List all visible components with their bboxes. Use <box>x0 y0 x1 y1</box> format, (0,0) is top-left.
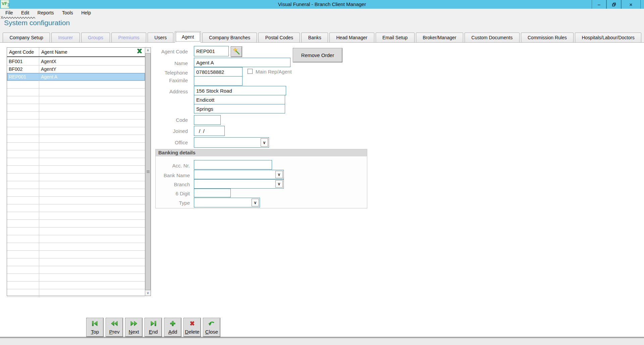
tab-head-manager[interactable]: Head Manager <box>329 33 374 43</box>
table-row[interactable] <box>7 189 145 197</box>
agent-code-cell <box>7 150 39 158</box>
type-combobox[interactable]: ∨ <box>194 198 260 207</box>
table-row[interactable] <box>7 158 145 166</box>
tab-company-branches[interactable]: Company Branches <box>202 33 257 43</box>
main-rep-checkbox[interactable] <box>248 69 253 74</box>
table-row[interactable] <box>7 104 145 112</box>
agent-code-cell <box>7 258 39 266</box>
add-button[interactable]: Add <box>164 318 181 337</box>
tab-premiums[interactable]: Premiums <box>111 33 146 43</box>
table-row[interactable] <box>7 174 145 181</box>
agent-name-cell <box>39 251 145 258</box>
agent-code-cell <box>7 197 39 204</box>
next-button[interactable]: Next <box>125 318 143 337</box>
menu-help[interactable]: Help <box>78 9 94 16</box>
wand-lookup-button[interactable] <box>231 46 242 57</box>
table-row[interactable] <box>7 143 145 150</box>
agent-code-cell <box>7 220 39 227</box>
office-combobox[interactable]: ∨ <box>194 137 269 148</box>
menu-tools[interactable]: Tools <box>59 9 76 16</box>
agent-name-cell <box>39 274 145 281</box>
agent-name-cell <box>39 235 145 243</box>
agent-name-cell <box>39 266 145 274</box>
table-row[interactable] <box>7 119 145 127</box>
tab-commission-rules[interactable]: Commission Rules <box>521 33 574 43</box>
chevron-down-icon[interactable]: ∨ <box>252 199 259 206</box>
address-line3-input[interactable] <box>194 104 285 113</box>
six-digit-input[interactable] <box>194 189 231 197</box>
table-row[interactable] <box>7 251 145 258</box>
table-row[interactable] <box>7 166 145 174</box>
agent-tab-page: Agent Code Agent Name BF001AgentXBF002Ag… <box>0 42 644 338</box>
address-line1-input[interactable] <box>194 86 286 95</box>
bank-name-combobox[interactable]: ∨ <box>194 170 284 179</box>
name-input[interactable] <box>194 58 290 67</box>
delete-button[interactable]: Delete <box>183 318 201 337</box>
end-button[interactable]: End <box>145 318 162 337</box>
code-input[interactable] <box>194 115 221 125</box>
tab-postal-codes[interactable]: Postal Codes <box>258 33 300 43</box>
table-row[interactable] <box>7 266 145 274</box>
scroll-down-icon[interactable]: ∨ <box>145 290 151 296</box>
tab-insurer[interactable]: Insurer <box>51 33 79 43</box>
tab-hospitals-labour-doctors[interactable]: Hospitals/Labour/Doctors <box>575 33 641 43</box>
table-row[interactable] <box>7 81 145 89</box>
minimize-button[interactable]: – <box>592 0 606 9</box>
table-row[interactable] <box>7 96 145 104</box>
branch-combobox[interactable]: ∨ <box>194 179 284 189</box>
tab-company-setup[interactable]: Company Setup <box>3 33 50 43</box>
telephone-input[interactable] <box>194 67 243 77</box>
agent-code-cell: REP001 <box>7 73 39 81</box>
chevron-down-icon[interactable]: ∨ <box>261 138 268 147</box>
faximile-input[interactable] <box>194 76 243 86</box>
table-row[interactable] <box>7 220 145 228</box>
tab-agent[interactable]: Agent <box>175 31 201 43</box>
chevron-down-icon[interactable]: ∨ <box>275 171 283 178</box>
delete-record-icon <box>184 321 201 328</box>
tab-groups[interactable]: Groups <box>81 33 110 43</box>
table-row[interactable] <box>7 235 145 243</box>
joined-date-input[interactable] <box>194 126 225 136</box>
remove-order-button[interactable]: Remove Order <box>293 48 342 62</box>
agent-code-cell <box>7 189 39 196</box>
table-row[interactable] <box>7 127 145 135</box>
table-row[interactable] <box>7 135 145 143</box>
table-row[interactable] <box>7 181 145 189</box>
table-row[interactable] <box>7 258 145 266</box>
table-row[interactable] <box>7 282 145 289</box>
table-row[interactable]: BF002AgentY <box>7 65 145 73</box>
table-row[interactable] <box>7 89 145 96</box>
agent-list-scrollbar[interactable]: ∧ ∨ <box>145 48 151 296</box>
table-row[interactable] <box>7 112 145 119</box>
six-digit-label: 6 Digit <box>129 191 190 196</box>
tab-email-setup[interactable]: Email Setup <box>376 33 415 43</box>
chevron-down-icon[interactable]: ∨ <box>275 180 283 188</box>
tab-users[interactable]: Users <box>148 33 173 43</box>
column-header-agent-code[interactable]: Agent Code <box>7 48 39 56</box>
table-row[interactable] <box>7 197 145 204</box>
table-row[interactable]: BF001AgentX <box>7 58 145 65</box>
tab-banks[interactable]: Banks <box>301 33 328 43</box>
table-row[interactable] <box>7 289 145 297</box>
column-header-agent-name[interactable]: Agent Name <box>39 48 136 56</box>
close-button[interactable]: × <box>621 0 641 9</box>
magic-wand-icon <box>233 48 240 55</box>
table-row[interactable] <box>7 212 145 220</box>
tab-custom-documents[interactable]: Custom Documents <box>465 33 520 43</box>
table-row[interactable] <box>7 274 145 282</box>
menu-reports[interactable]: Reports <box>34 9 57 16</box>
agent-code-input[interactable] <box>194 46 229 56</box>
address-line2-input[interactable] <box>194 95 285 104</box>
table-row[interactable] <box>7 243 145 251</box>
table-row[interactable] <box>7 204 145 212</box>
table-row[interactable] <box>7 228 145 235</box>
close-form-button[interactable]: Close <box>203 318 220 337</box>
table-row[interactable] <box>7 150 145 158</box>
top-button[interactable]: Top <box>86 318 104 337</box>
tab-broker-manager[interactable]: Broker/Manager <box>416 33 463 43</box>
prev-button[interactable]: Prev <box>106 318 123 337</box>
agent-code-cell <box>7 104 39 111</box>
table-row[interactable]: REP001Agent A <box>7 73 145 81</box>
restore-button[interactable] <box>606 0 621 9</box>
acc-nr-input[interactable] <box>194 160 272 169</box>
